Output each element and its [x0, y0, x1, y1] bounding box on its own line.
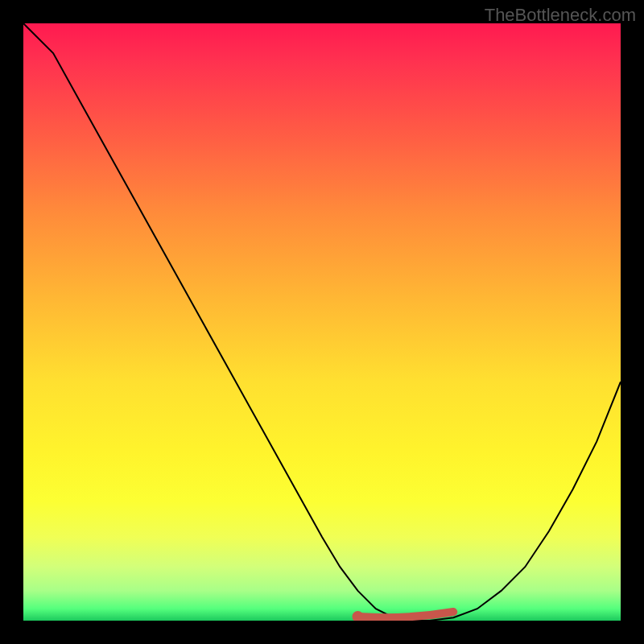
- plot-area: [23, 23, 621, 621]
- watermark-text: TheBottleneck.com: [485, 5, 636, 26]
- bottleneck-curve: [23, 23, 621, 621]
- highlight-range: [358, 612, 454, 617]
- chart-svg: [23, 23, 621, 621]
